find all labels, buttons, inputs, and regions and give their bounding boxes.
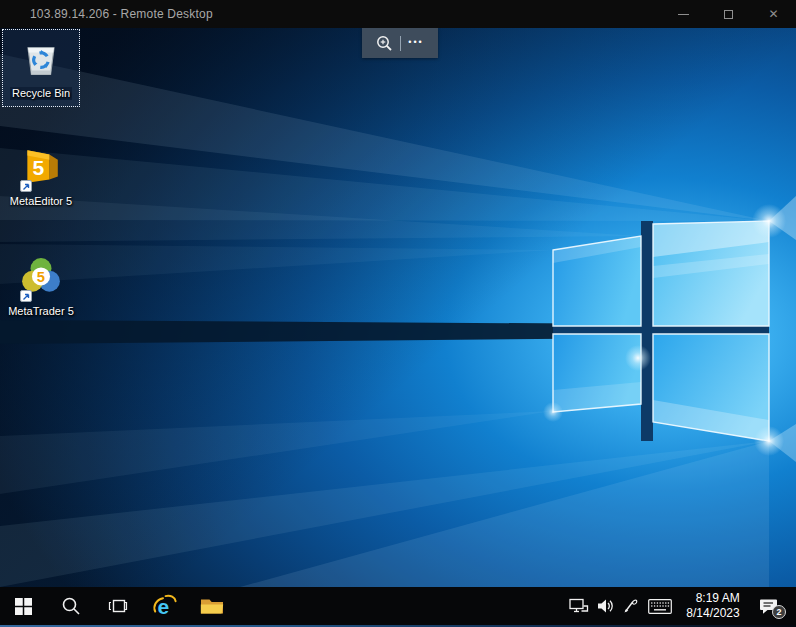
start-button[interactable] xyxy=(0,587,47,625)
desktop-wallpaper xyxy=(0,28,796,587)
action-center-button[interactable]: 2 xyxy=(748,587,790,625)
rdp-connection-bar: ••• xyxy=(362,28,438,58)
shortcut-arrow-icon xyxy=(20,180,32,192)
touch-keyboard-button[interactable] xyxy=(644,587,676,625)
window-title: 103.89.14.206 - Remote Desktop xyxy=(0,7,213,21)
minimize-button[interactable] xyxy=(661,0,706,28)
keyboard-icon xyxy=(648,599,672,614)
window-controls: ✕ xyxy=(661,0,796,28)
volume-button[interactable] xyxy=(592,587,618,625)
pen-icon xyxy=(623,598,639,614)
task-view-icon xyxy=(108,596,128,616)
desktop-icon-recycle-bin[interactable]: Recycle Bin xyxy=(2,29,80,107)
windows-start-icon xyxy=(15,598,32,615)
magnifier-plus-icon xyxy=(376,35,393,52)
search-icon xyxy=(61,596,81,616)
desktop-icon-label: Recycle Bin xyxy=(10,87,72,100)
taskbar: e xyxy=(0,587,796,627)
clock-time: 8:19 AM xyxy=(686,591,739,606)
metatrader-icon: 5 xyxy=(20,256,62,302)
remote-desktop-window: 103.89.14.206 - Remote Desktop ✕ xyxy=(0,0,796,627)
network-icon xyxy=(569,598,589,614)
file-explorer-button[interactable] xyxy=(188,587,235,625)
minimize-icon xyxy=(678,14,689,15)
desktop-icon-metatrader-5[interactable]: 5 MetaTrader 5 xyxy=(2,250,80,328)
more-options-button[interactable]: ••• xyxy=(408,28,423,58)
task-view-button[interactable] xyxy=(94,587,141,625)
desktop-icon-metaeditor-5[interactable]: 5 MetaEditor 5 xyxy=(2,140,80,218)
svg-text:e: e xyxy=(157,595,169,618)
shortcut-arrow-icon xyxy=(20,290,32,302)
clock[interactable]: 8:19 AM 8/14/2023 xyxy=(682,587,748,625)
clock-date: 8/14/2023 xyxy=(686,606,739,621)
maximize-icon xyxy=(724,10,733,19)
speaker-icon xyxy=(597,598,614,614)
desktop-icon-label: MetaTrader 5 xyxy=(8,305,74,318)
maximize-button[interactable] xyxy=(706,0,751,28)
desktop-icon-label: MetaEditor 5 xyxy=(10,195,72,208)
close-button[interactable]: ✕ xyxy=(751,0,796,28)
titlebar: 103.89.14.206 - Remote Desktop ✕ xyxy=(0,0,796,28)
notification-count-badge: 2 xyxy=(772,605,786,619)
file-explorer-icon xyxy=(200,596,224,616)
metaeditor-icon: 5 xyxy=(20,146,62,192)
system-tray: 8:19 AM 8/14/2023 2 xyxy=(566,587,796,625)
svg-text:5: 5 xyxy=(37,269,45,285)
zoom-button[interactable] xyxy=(376,28,393,58)
internet-explorer-icon: e xyxy=(152,593,178,619)
svg-text:5: 5 xyxy=(33,156,45,179)
internet-explorer-button[interactable]: e xyxy=(141,587,188,625)
recycle-bin-icon xyxy=(19,36,63,84)
network-button[interactable] xyxy=(566,587,592,625)
search-button[interactable] xyxy=(47,587,94,625)
desktop[interactable]: ••• Recycle Bin xyxy=(0,28,796,587)
windows-ink-button[interactable] xyxy=(618,587,644,625)
connection-bar-divider xyxy=(400,36,401,51)
